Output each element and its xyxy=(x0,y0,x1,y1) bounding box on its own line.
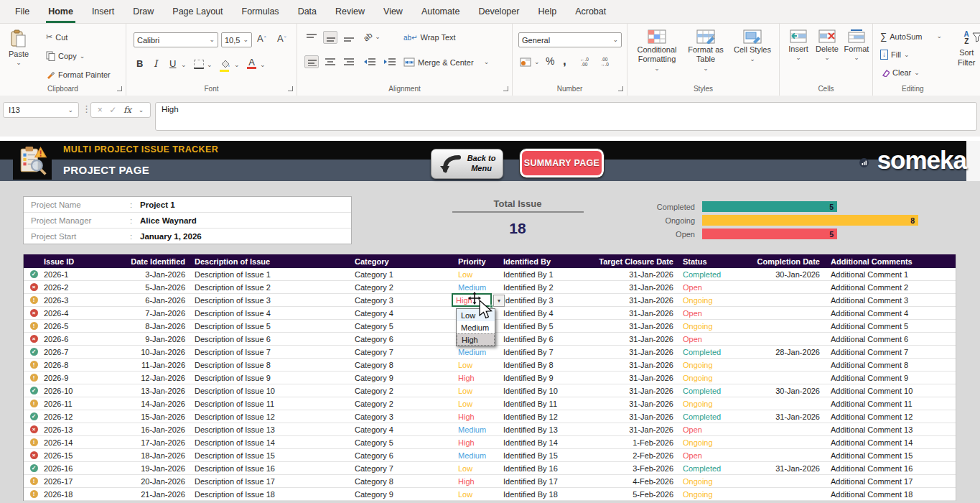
clipboard-dialog-launcher[interactable] xyxy=(117,86,122,91)
grow-font-button[interactable]: Aˆ xyxy=(257,33,266,44)
additional-comments-cell[interactable]: Additional Comment 16 xyxy=(823,462,957,474)
format-cells-button[interactable]: Format⌄ xyxy=(843,29,870,61)
status-cell[interactable]: Completed xyxy=(677,384,745,397)
priority-cell[interactable]: Low xyxy=(453,488,500,500)
completion-date-cell[interactable] xyxy=(745,281,823,293)
completion-date-cell[interactable] xyxy=(745,333,823,345)
fill-button[interactable]: ↓Fill⌄ xyxy=(880,50,910,60)
category-cell[interactable]: Category 2 xyxy=(350,397,453,410)
description-cell[interactable]: Description of Issue 11 xyxy=(189,397,350,410)
formula-bar-chevron[interactable]: ⌄ xyxy=(139,107,144,114)
date-identified-cell[interactable]: 11-Jan-2026 xyxy=(119,359,189,371)
date-identified-cell[interactable]: 8-Jan-2026 xyxy=(119,320,189,332)
priority-cell[interactable]: High xyxy=(453,436,500,448)
priority-dropdown-button[interactable]: ▾ xyxy=(493,295,505,307)
identified-by-cell[interactable]: Identified By 9 xyxy=(500,372,591,384)
chart-bar-open[interactable]: 5 xyxy=(702,229,837,239)
issue-id-cell[interactable]: 2026-10 xyxy=(44,384,119,397)
category-cell[interactable]: Category 9 xyxy=(350,372,453,384)
target-closure-cell[interactable]: 31-Jan-2026 xyxy=(591,333,677,345)
completion-date-cell[interactable] xyxy=(745,436,823,448)
status-cell[interactable]: Completed xyxy=(677,410,745,423)
priority-cell[interactable]: Low xyxy=(453,268,500,280)
name-box[interactable]: I13⌄ xyxy=(3,102,79,118)
copy-button[interactable]: Copy⌄ xyxy=(46,51,85,61)
insert-function-icon[interactable]: fx xyxy=(123,105,131,115)
status-icon-cell[interactable]: ! xyxy=(24,397,44,410)
status-cell[interactable]: Completed xyxy=(677,346,745,358)
ribbon-tab-data[interactable]: Data xyxy=(289,0,326,23)
font-name-combo[interactable]: Calibri⌄ xyxy=(134,32,218,47)
status-icon-cell[interactable]: ! xyxy=(24,372,44,384)
merge-center-button[interactable]: Merge & Center⌄ xyxy=(403,57,489,67)
target-closure-cell[interactable]: 31-Jan-2026 xyxy=(591,359,677,371)
category-cell[interactable]: Category 8 xyxy=(350,359,453,371)
completion-date-cell[interactable] xyxy=(745,397,823,410)
additional-comments-cell[interactable]: Additional Comment 17 xyxy=(823,475,957,487)
category-cell[interactable]: Category 6 xyxy=(350,449,453,461)
issue-id-cell[interactable]: 2026-12 xyxy=(44,410,119,423)
additional-comments-cell[interactable]: Additional Comment 11 xyxy=(823,397,957,410)
category-cell[interactable]: Category 1 xyxy=(350,268,453,280)
identified-by-cell[interactable]: Identified By 18 xyxy=(500,488,591,500)
completion-date-cell[interactable] xyxy=(745,320,823,332)
ribbon-tab-file[interactable]: File xyxy=(6,0,39,23)
issue-id-cell[interactable]: 2026-13 xyxy=(44,423,119,435)
identified-by-cell[interactable]: Identified By 4 xyxy=(500,307,591,319)
cut-button[interactable]: ✂Cut xyxy=(46,32,67,42)
status-cell[interactable]: Ongoing xyxy=(677,397,745,410)
target-closure-cell[interactable]: 31-Jan-2026 xyxy=(591,320,677,332)
dropdown-option-low[interactable]: Low xyxy=(457,309,495,321)
issue-id-cell[interactable]: 2026-8 xyxy=(44,359,119,371)
issue-id-cell[interactable]: 2026-5 xyxy=(44,320,119,332)
category-cell[interactable]: Category 3 xyxy=(350,410,453,423)
category-cell[interactable]: Category 9 xyxy=(350,488,453,500)
description-cell[interactable]: Description of Issue 12 xyxy=(189,410,350,423)
status-cell[interactable]: Ongoing xyxy=(677,294,745,306)
description-cell[interactable]: Description of Issue 7 xyxy=(189,346,350,358)
status-cell[interactable]: Completed xyxy=(677,462,745,474)
number-dialog-launcher[interactable] xyxy=(618,86,623,91)
increase-indent-icon[interactable] xyxy=(383,57,396,67)
date-identified-cell[interactable]: 10-Jan-2026 xyxy=(119,346,189,358)
identified-by-cell[interactable]: Identified By 16 xyxy=(500,462,591,474)
category-cell[interactable]: Category 7 xyxy=(350,462,453,474)
cancel-icon[interactable]: × xyxy=(98,105,103,115)
completion-date-cell[interactable] xyxy=(745,359,823,371)
status-icon-cell[interactable]: × xyxy=(24,423,44,435)
completion-date-cell[interactable]: 30-Jan-2026 xyxy=(745,268,823,280)
align-bottom-icon[interactable] xyxy=(343,32,355,42)
dropdown-option-medium[interactable]: Medium xyxy=(457,321,495,333)
shrink-font-button[interactable]: Aˇ xyxy=(277,33,286,44)
status-icon-cell[interactable]: ✓ xyxy=(24,410,44,423)
additional-comments-cell[interactable]: Additional Comment 15 xyxy=(823,449,957,461)
chart-bar-ongoing[interactable]: 8 xyxy=(702,215,918,226)
date-identified-cell[interactable]: 6-Jan-2026 xyxy=(119,294,189,306)
status-cell[interactable]: Open xyxy=(677,307,745,319)
selected-priority-cell[interactable]: High xyxy=(452,293,492,307)
status-cell[interactable]: Open xyxy=(677,281,745,293)
project-info-value[interactable]: January 1, 2026 xyxy=(137,232,202,241)
autosum-button[interactable]: ∑AutoSum⌄ xyxy=(880,31,942,42)
status-cell[interactable]: Ongoing xyxy=(677,359,745,371)
formula-input[interactable]: High xyxy=(155,102,977,131)
status-cell[interactable]: Open xyxy=(677,449,745,461)
target-closure-cell[interactable]: 31-Jan-2026 xyxy=(591,294,677,306)
dropdown-option-high[interactable]: High xyxy=(457,333,495,346)
additional-comments-cell[interactable]: Additional Comment 13 xyxy=(823,423,957,435)
status-icon-cell[interactable]: ! xyxy=(24,475,44,487)
issue-id-cell[interactable]: 2026-17 xyxy=(44,475,119,487)
identified-by-cell[interactable]: Identified By 17 xyxy=(500,475,591,487)
ribbon-tab-formulas[interactable]: Formulas xyxy=(233,0,289,23)
issue-id-cell[interactable]: 2026-2 xyxy=(44,281,119,293)
ribbon-tab-view[interactable]: View xyxy=(374,0,412,23)
comma-style-button[interactable]: , xyxy=(563,54,566,68)
status-cell[interactable]: Ongoing xyxy=(677,488,745,500)
category-cell[interactable]: Category 2 xyxy=(350,281,453,293)
fill-color-button[interactable] xyxy=(220,57,230,72)
target-closure-cell[interactable]: 5-Feb-2026 xyxy=(591,488,677,500)
additional-comments-cell[interactable]: Additional Comment 6 xyxy=(823,333,957,345)
ribbon-tab-home[interactable]: Home xyxy=(39,0,83,23)
identified-by-cell[interactable]: Identified By 11 xyxy=(500,397,591,410)
target-closure-cell[interactable]: 1-Feb-2026 xyxy=(591,436,677,448)
